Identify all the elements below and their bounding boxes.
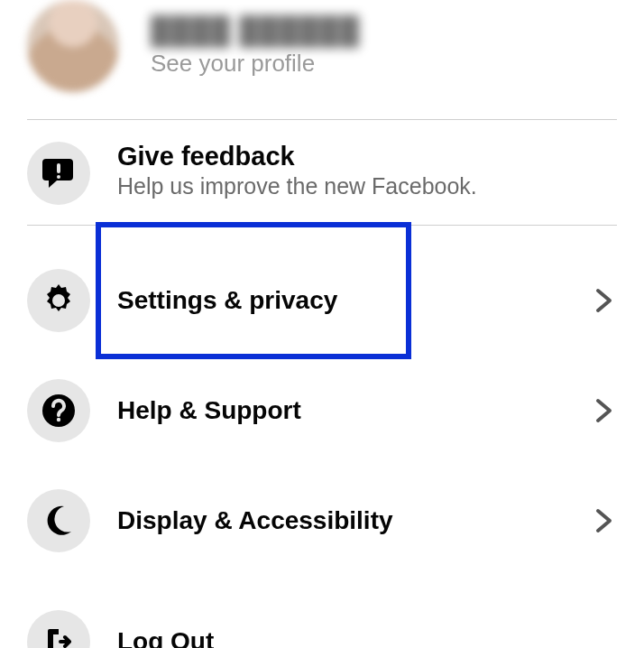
- menu-label: Help & Support: [117, 396, 590, 425]
- logout-icon: [27, 610, 90, 648]
- moon-icon: [27, 489, 90, 552]
- svg-point-2: [52, 294, 65, 307]
- feedback-subtitle: Help us improve the new Facebook.: [117, 173, 477, 199]
- svg-rect-1: [57, 175, 60, 179]
- avatar: [27, 0, 119, 92]
- gear-icon: [27, 269, 90, 332]
- menu-item-display-accessibility[interactable]: Display & Accessibility: [0, 460, 644, 581]
- chevron-right-icon: [590, 397, 617, 424]
- feedback-button[interactable]: Give feedback Help us improve the new Fa…: [0, 120, 644, 225]
- chevron-right-icon: [590, 507, 617, 534]
- menu-label: Display & Accessibility: [117, 506, 590, 535]
- feedback-text: Give feedback Help us improve the new Fa…: [117, 142, 477, 199]
- profile-subtitle: See your profile: [151, 50, 360, 78]
- menu-label: Log Out: [117, 627, 617, 648]
- menu-label: Settings & privacy: [117, 286, 590, 315]
- menu-item-logout[interactable]: Log Out: [0, 581, 644, 648]
- profile-text: ████ ██████ See your profile: [151, 15, 360, 78]
- feedback-icon: [27, 142, 90, 205]
- svg-point-4: [57, 418, 60, 421]
- chevron-right-icon: [590, 287, 617, 314]
- menu-item-help-support[interactable]: Help & Support: [0, 361, 644, 460]
- profile-link[interactable]: ████ ██████ See your profile: [0, 0, 644, 119]
- menu-item-settings-privacy[interactable]: Settings & privacy: [0, 226, 644, 361]
- question-icon: [27, 379, 90, 442]
- svg-rect-0: [57, 163, 60, 173]
- feedback-title: Give feedback: [117, 142, 477, 171]
- profile-name: ████ ██████: [151, 15, 360, 46]
